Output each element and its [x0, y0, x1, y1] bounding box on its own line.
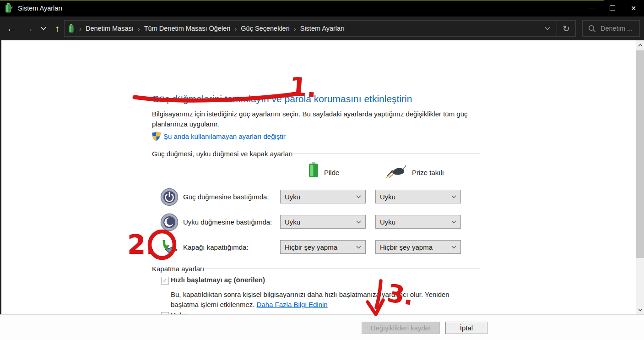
learn-more-link[interactable]: Daha Fazla Bilgi Edinin [257, 301, 328, 308]
close-icon: ✕ [631, 5, 636, 12]
chevron-down-icon [356, 195, 361, 198]
change-unavailable-settings-link[interactable]: Şu anda kullanılamayan ayarları değiştir [163, 132, 286, 140]
chevron-down-icon [451, 220, 456, 224]
intro-text: Bilgisayarınız için istediğiniz güç ayar… [152, 109, 469, 129]
power-button-plugged-in-select[interactable]: Uyku [375, 190, 461, 203]
lid-close-row-label: Kapağı kapattığımda: [183, 243, 249, 251]
forward-button[interactable]: → [21, 16, 37, 40]
plugged-in-label: Prize takılı [412, 169, 444, 176]
vertical-scrollbar[interactable] [636, 40, 644, 314]
chevron-down-icon [356, 220, 361, 224]
chevron-down-icon [638, 308, 643, 312]
recent-locations-button[interactable] [38, 16, 49, 40]
back-button[interactable]: ← [4, 16, 19, 40]
minimize-button[interactable]: — [581, 0, 602, 16]
address-dropdown-button[interactable] [538, 21, 557, 36]
select-value: Uyku [380, 193, 395, 201]
select-value: Uyku [285, 193, 300, 201]
power-button-icon [160, 188, 179, 206]
breadcrumb-control-panel[interactable]: Denetim Masası [86, 25, 134, 32]
select-value: Hiçbir şey yapma [285, 243, 337, 251]
background-artifact [0, 0, 604, 1]
chevron-up-icon [638, 44, 643, 47]
scrollbar-thumb[interactable] [636, 50, 644, 258]
scroll-down-button[interactable] [636, 305, 644, 314]
chevron-down-icon [356, 246, 361, 249]
search-placeholder: Denetim ... [601, 25, 633, 32]
uac-shield-icon [152, 132, 161, 141]
search-icon [588, 25, 596, 33]
back-icon: ← [7, 23, 16, 34]
lid-close-icon [160, 238, 179, 257]
page-title: Güç düğmelerini tanımlayın ve parola kor… [152, 93, 412, 104]
power-button-row-label: Güç düğmesine bastığımda: [183, 193, 269, 201]
chevron-down-icon [451, 195, 456, 198]
window-title: Sistem Ayarları [18, 5, 62, 12]
search-box[interactable]: Denetim ... [582, 20, 640, 37]
breadcrumb-separator: › [230, 25, 241, 33]
maximize-icon [610, 5, 615, 11]
fast-startup-checkbox[interactable]: ✓ [161, 277, 169, 285]
sleep-button-row-label: Uyku düğmesine bastığımda: [183, 218, 272, 226]
save-changes-button[interactable]: Değişiklikleri kaydet [362, 322, 440, 334]
select-value: Uyku [380, 218, 395, 226]
window-left-border [0, 40, 1, 340]
power-button-on-battery-select[interactable]: Uyku [280, 190, 366, 203]
up-icon: ↑ [55, 23, 60, 34]
check-icon: ✓ [162, 277, 167, 284]
refresh-button[interactable]: ↻ [557, 21, 575, 36]
minimize-icon: — [588, 5, 595, 12]
breadcrumb-separator: › [75, 25, 86, 33]
close-button[interactable]: ✕ [623, 0, 644, 16]
chevron-down-icon [451, 246, 456, 249]
dialog-footer: Değişiklikleri kaydet İptal [0, 314, 644, 340]
battery-breadcrumb-icon [68, 24, 75, 33]
sleep-button-icon [160, 213, 179, 231]
maximize-button[interactable] [602, 0, 623, 16]
titlebar: Sistem Ayarları — ✕ [0, 0, 644, 16]
breadcrumb-system-settings[interactable]: Sistem Ayarları [300, 25, 345, 32]
chevron-down-icon [545, 27, 550, 30]
refresh-icon: ↻ [563, 23, 570, 34]
scroll-up-button[interactable] [636, 40, 644, 49]
address-bar-controls: ↻ [538, 21, 575, 36]
on-battery-label: Pilde [324, 169, 339, 176]
up-button[interactable]: ↑ [49, 16, 65, 40]
battery-app-icon [5, 3, 14, 13]
on-battery-icon [308, 162, 319, 178]
section-shutdown-title: Kapatma ayarları [152, 265, 204, 273]
fast-startup-description: Bu, kapatıldıktan sonra kişisel bilgisay… [171, 290, 476, 310]
breadcrumb-separator: › [290, 25, 300, 33]
lid-close-plugged-in-select[interactable]: Hiçbir şey yapma [375, 240, 461, 254]
sleep-button-plugged-in-select[interactable]: Uyku [375, 215, 461, 229]
sleep-button-on-battery-select[interactable]: Uyku [280, 215, 366, 229]
section-divider [293, 154, 480, 154]
admin-link-row: Şu anda kullanılamayan ayarları değiştir [152, 132, 286, 141]
lid-close-on-battery-select[interactable]: Hiçbir şey yapma [280, 240, 366, 254]
section-power-title: Güç düğmesi, uyku düğmesi ve kapak ayarl… [152, 150, 293, 158]
navigation-bar: ← → ↑ › Denetim Masası › Tüm Denetim Mas… [0, 16, 644, 40]
select-value: Uyku [285, 218, 300, 226]
plugged-in-icon [386, 165, 406, 178]
fast-startup-label: Hızlı başlatmayı aç (önerilen) [171, 276, 265, 284]
main-content: Güç düğmelerini tanımlayın ve parola kor… [0, 40, 644, 314]
cancel-button[interactable]: İptal [445, 322, 487, 334]
section-divider [205, 269, 480, 269]
select-value: Hiçbir şey yapma [380, 243, 433, 251]
breadcrumb-separator: › [134, 25, 144, 33]
breadcrumb-power-options[interactable]: Güç Seçenekleri [241, 25, 289, 32]
window-controls: — ✕ [581, 0, 644, 16]
breadcrumb-all-items[interactable]: Tüm Denetim Masası Öğeleri [144, 25, 231, 32]
chevron-down-icon [41, 27, 46, 30]
forward-icon: → [24, 23, 33, 34]
address-bar[interactable]: › Denetim Masası › Tüm Denetim Masası Öğ… [64, 20, 576, 37]
